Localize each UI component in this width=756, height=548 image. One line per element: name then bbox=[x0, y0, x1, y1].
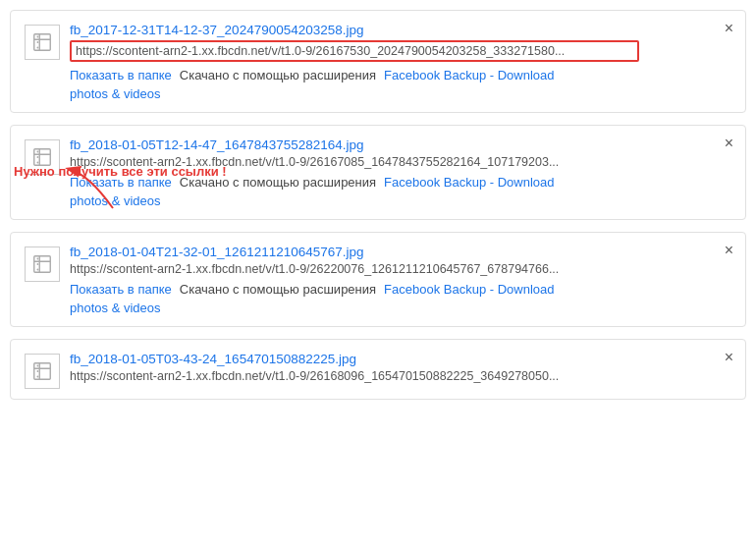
file-name-3[interactable]: fb_2018-01-04T21-32-01_1261211210645767.… bbox=[70, 245, 731, 259]
downloaded-with-text-1: Скачано с помощью расширения bbox=[180, 68, 376, 82]
photos-link-1[interactable]: photos & videos bbox=[70, 86, 161, 101]
svg-point-10 bbox=[37, 258, 39, 260]
svg-point-12 bbox=[37, 269, 39, 271]
card-actions-3: Показать в папке Скачано с помощью расши… bbox=[70, 282, 731, 297]
close-button-3[interactable]: × bbox=[725, 243, 733, 258]
extension-link-1[interactable]: Facebook Backup - Download bbox=[384, 68, 554, 82]
svg-point-6 bbox=[37, 151, 39, 153]
card-header-3: fb_2018-01-04T21-32-01_1261211210645767.… bbox=[25, 245, 731, 316]
card-header-1: fb_2017-12-31T14-12-37_2024790054203258.… bbox=[25, 23, 731, 102]
show-in-folder-link-3[interactable]: Показать в папке bbox=[70, 282, 172, 297]
svg-point-15 bbox=[37, 370, 39, 372]
photos-link-2[interactable]: photos & videos bbox=[70, 193, 161, 208]
svg-rect-9 bbox=[34, 256, 51, 273]
svg-rect-5 bbox=[34, 149, 51, 166]
file-url-4: https://scontent-arn2-1.xx.fbcdn.net/v/t… bbox=[70, 369, 639, 383]
extension-link-3[interactable]: Facebook Backup - Download bbox=[384, 282, 554, 297]
card-2-wrapper: Нужно получить все эти ссылки ! bbox=[10, 125, 746, 220]
download-card-3: fb_2018-01-04T21-32-01_1261211210645767.… bbox=[10, 232, 746, 327]
card-header-4: fb_2018-01-05T03-43-24_165470150882225.j… bbox=[25, 352, 731, 389]
svg-point-16 bbox=[37, 376, 39, 378]
close-button-2[interactable]: × bbox=[725, 136, 733, 151]
show-in-folder-link-1[interactable]: Показать в папке bbox=[70, 68, 172, 82]
file-icon-3 bbox=[25, 247, 60, 282]
card-content-1: fb_2017-12-31T14-12-37_2024790054203258.… bbox=[70, 23, 731, 102]
svg-point-14 bbox=[37, 365, 39, 367]
close-button-1[interactable]: × bbox=[725, 21, 733, 36]
download-card-4: fb_2018-01-05T03-43-24_165470150882225.j… bbox=[10, 339, 746, 400]
extension-link-2[interactable]: Facebook Backup - Download bbox=[384, 175, 554, 190]
photos-link-3[interactable]: photos & videos bbox=[70, 301, 161, 315]
svg-point-7 bbox=[37, 156, 39, 158]
annotation-text: Нужно получить все эти ссылки ! bbox=[14, 164, 227, 179]
close-button-4[interactable]: × bbox=[725, 350, 733, 365]
svg-rect-0 bbox=[34, 34, 51, 51]
svg-point-3 bbox=[37, 47, 39, 49]
file-icon-1 bbox=[25, 25, 60, 60]
svg-rect-13 bbox=[34, 363, 51, 380]
file-name-4[interactable]: fb_2018-01-05T03-43-24_165470150882225.j… bbox=[70, 352, 731, 366]
downloaded-with-text-3: Скачано с помощью расширения bbox=[180, 282, 376, 297]
main-container: fb_2017-12-31T14-12-37_2024790054203258.… bbox=[0, 0, 756, 410]
file-url-1: https://scontent-arn2-1.xx.fbcdn.net/v/t… bbox=[70, 40, 639, 62]
file-name-1[interactable]: fb_2017-12-31T14-12-37_2024790054203258.… bbox=[70, 23, 731, 37]
card-content-3: fb_2018-01-04T21-32-01_1261211210645767.… bbox=[70, 245, 731, 316]
svg-point-1 bbox=[37, 36, 39, 38]
svg-point-11 bbox=[37, 263, 39, 265]
svg-point-2 bbox=[37, 41, 39, 43]
file-url-3: https://scontent-arn2-1.xx.fbcdn.net/v/t… bbox=[70, 262, 639, 276]
card-actions-1: Показать в папке Скачано с помощью расши… bbox=[70, 68, 731, 82]
file-icon-4 bbox=[25, 354, 60, 389]
file-name-2[interactable]: fb_2018-01-05T12-14-47_1647843755282164.… bbox=[70, 137, 731, 152]
card-content-4: fb_2018-01-05T03-43-24_165470150882225.j… bbox=[70, 352, 731, 389]
download-card-1: fb_2017-12-31T14-12-37_2024790054203258.… bbox=[10, 10, 746, 113]
